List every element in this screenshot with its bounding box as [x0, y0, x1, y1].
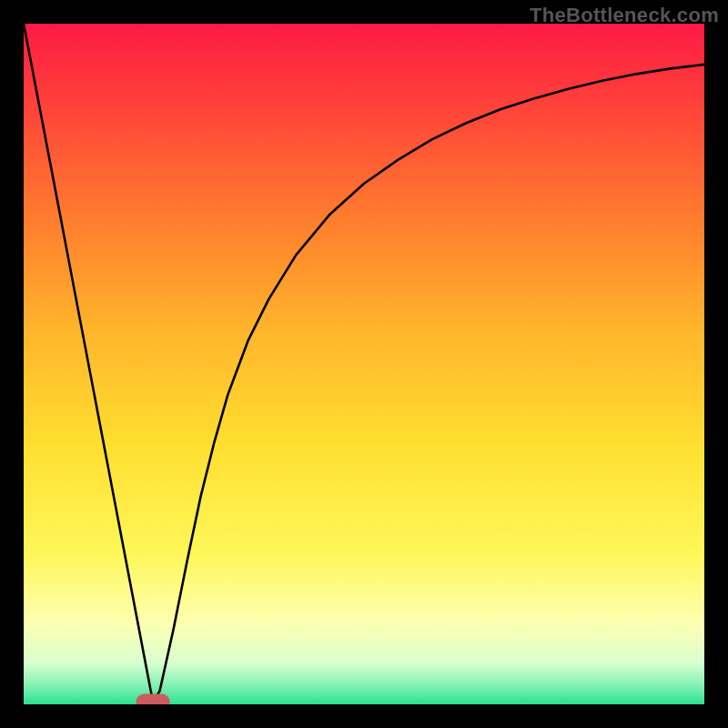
chart-frame: TheBottleneck.com	[0, 0, 728, 728]
optimal-range-marker	[136, 693, 169, 704]
watermark-text: TheBottleneck.com	[530, 4, 719, 27]
gradient-background	[24, 24, 704, 704]
plot-area	[24, 24, 704, 704]
chart-svg	[24, 24, 704, 704]
